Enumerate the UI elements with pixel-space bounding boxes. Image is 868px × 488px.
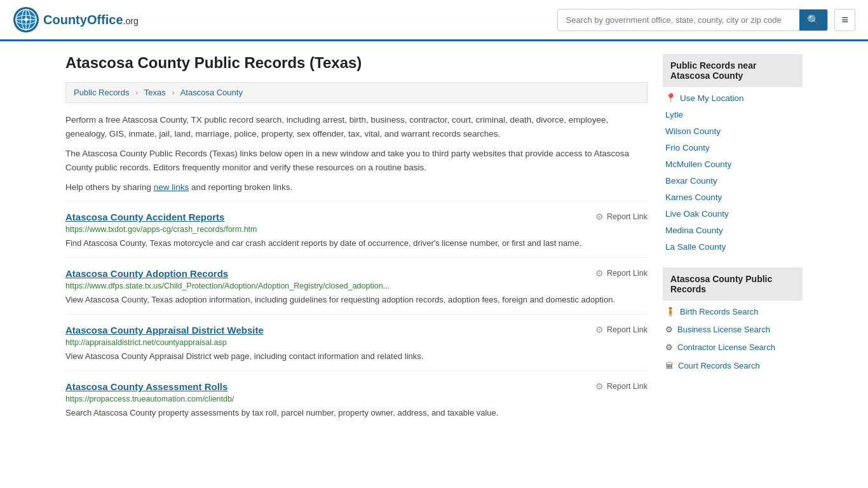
list-item: Medina County xyxy=(663,222,803,238)
birth-records-link[interactable]: Birth Records Search xyxy=(680,306,759,318)
gear-icon-2: ⚙ xyxy=(665,342,673,352)
sidebar-item-la-salle-county[interactable]: La Salle County xyxy=(665,242,726,252)
record-title-4[interactable]: Atascosa County Assessment Rolls xyxy=(65,381,227,392)
record-header: Atascosa County Appraisal District Websi… xyxy=(65,325,648,336)
search-input[interactable] xyxy=(558,11,799,29)
report-link-2[interactable]: ⚙ Report Link xyxy=(595,268,648,278)
breadcrumb-sep-2: › xyxy=(172,88,174,97)
report-icon-3: ⚙ xyxy=(595,325,604,335)
record-url-3[interactable]: http://appraisaldistrict.net/countyappra… xyxy=(65,338,648,347)
nearby-section: Public Records near Atascosa County 📍 Us… xyxy=(663,54,803,255)
report-link-3[interactable]: ⚙ Report Link xyxy=(595,325,648,335)
record-title-2[interactable]: Atascosa County Adoption Records xyxy=(65,268,228,279)
nearby-list: Lytle Wilson County Frio County McMullen… xyxy=(663,106,803,255)
hamburger-icon: ≡ xyxy=(841,13,848,26)
sidebar-item-mcmullen-county[interactable]: McMullen County xyxy=(665,159,731,169)
breadcrumb-county[interactable]: Atascosa County xyxy=(180,88,243,97)
record-desc-3: View Atascosa County Appraisal District … xyxy=(65,350,648,363)
contractor-license-link[interactable]: Contractor License Search xyxy=(677,342,775,353)
list-item: ⚙ Contractor License Search xyxy=(663,339,803,356)
record-url-1[interactable]: https://www.txdot.gov/apps-cg/crash_reco… xyxy=(65,225,648,234)
record-url-4[interactable]: https://propaccess.trueautomation.com/cl… xyxy=(65,395,648,403)
record-item: Atascosa County Appraisal District Websi… xyxy=(65,314,648,370)
sidebar-item-lytle[interactable]: Lytle xyxy=(665,110,683,119)
court-records-link[interactable]: Court Records Search xyxy=(678,360,760,372)
new-links-link[interactable]: new links xyxy=(154,182,189,192)
sidebar-item-bexar-county[interactable]: Bexar County xyxy=(665,176,717,186)
list-item: 🧍 Birth Records Search xyxy=(663,303,803,321)
sidebar: Public Records near Atascosa County 📍 Us… xyxy=(663,54,803,428)
breadcrumb: Public Records › Texas › Atascosa County xyxy=(65,82,648,103)
logo[interactable]: ✦ CountyOffice.org xyxy=(13,6,139,33)
breadcrumb-texas[interactable]: Texas xyxy=(144,88,166,97)
record-header: Atascosa County Adoption Records ⚙ Repor… xyxy=(65,268,648,279)
nearby-header: Public Records near Atascosa County xyxy=(663,54,803,87)
sidebar-item-karnes-county[interactable]: Karnes County xyxy=(665,193,722,202)
record-links-list: 🧍 Birth Records Search ⚙ Business Licens… xyxy=(663,303,803,375)
report-icon-2: ⚙ xyxy=(595,268,604,278)
list-item: La Salle County xyxy=(663,238,803,255)
logo-text: CountyOffice.org xyxy=(43,13,139,27)
intro-paragraph-2: The Atascosa County Public Records (Texa… xyxy=(65,147,648,174)
sidebar-item-frio-county[interactable]: Frio County xyxy=(665,143,710,152)
breadcrumb-sep-1: › xyxy=(135,88,138,97)
header-right: 🔍 ≡ xyxy=(557,9,855,31)
logo-icon: ✦ xyxy=(13,6,39,33)
record-desc-1: Find Atascosa County, Texas motorcycle a… xyxy=(65,237,648,250)
breadcrumb-public-records[interactable]: Public Records xyxy=(74,88,129,97)
svg-text:✦: ✦ xyxy=(22,15,30,25)
list-item: Lytle xyxy=(663,106,803,123)
report-icon-4: ⚙ xyxy=(595,381,604,391)
list-item: Frio County xyxy=(663,139,803,156)
intro-paragraph-3: Help others by sharing new links and rep… xyxy=(65,180,648,194)
report-link-4[interactable]: ⚙ Report Link xyxy=(595,381,648,391)
page-title: Atascosa County Public Records (Texas) xyxy=(65,54,648,72)
record-item: Atascosa County Accident Reports ⚙ Repor… xyxy=(65,201,648,257)
sidebar-item-medina-county[interactable]: Medina County xyxy=(665,226,723,235)
business-license-link[interactable]: Business License Search xyxy=(677,324,770,336)
records-section: Atascosa County Public Records 🧍 Birth R… xyxy=(663,268,803,375)
gear-icon: ⚙ xyxy=(665,325,673,334)
sidebar-item-live-oak-county[interactable]: Live Oak County xyxy=(665,209,729,219)
record-item: Atascosa County Adoption Records ⚙ Repor… xyxy=(65,257,648,314)
records-header: Atascosa County Public Records xyxy=(663,268,803,301)
list-item: Bexar County xyxy=(663,172,803,189)
record-item: Atascosa County Assessment Rolls ⚙ Repor… xyxy=(65,370,648,427)
record-desc-4: Search Atascosa County property assessme… xyxy=(65,407,648,419)
building-icon: 🏛 xyxy=(665,361,674,370)
main-container: Atascosa County Public Records (Texas) P… xyxy=(53,41,815,440)
list-item: Wilson County xyxy=(663,123,803,139)
use-location-link[interactable]: Use My Location xyxy=(680,93,744,103)
search-icon: 🔍 xyxy=(807,15,820,25)
search-bar: 🔍 xyxy=(557,9,828,31)
list-item: Karnes County xyxy=(663,189,803,205)
menu-button[interactable]: ≡ xyxy=(834,9,855,31)
record-header: Atascosa County Accident Reports ⚙ Repor… xyxy=(65,212,648,222)
person-icon: 🧍 xyxy=(665,307,675,316)
content-area: Atascosa County Public Records (Texas) P… xyxy=(65,54,648,428)
list-item: Live Oak County xyxy=(663,205,803,222)
record-url-2[interactable]: https://www.dfps.state.tx.us/Child_Prote… xyxy=(65,281,648,290)
report-icon-1: ⚙ xyxy=(595,212,604,222)
site-header: ✦ CountyOffice.org 🔍 ≡ xyxy=(0,0,868,41)
use-my-location[interactable]: 📍 Use My Location xyxy=(663,90,803,106)
list-item: ⚙ Business License Search xyxy=(663,321,803,339)
intro-paragraph-1: Perform a free Atascosa County, TX publi… xyxy=(65,113,648,140)
search-button[interactable]: 🔍 xyxy=(799,10,827,30)
sidebar-item-wilson-county[interactable]: Wilson County xyxy=(665,126,721,136)
list-item: McMullen County xyxy=(663,156,803,172)
location-pin-icon: 📍 xyxy=(665,93,676,103)
record-title-1[interactable]: Atascosa County Accident Reports xyxy=(65,212,224,222)
record-desc-2: View Atascosa County, Texas adoption inf… xyxy=(65,294,648,306)
record-header: Atascosa County Assessment Rolls ⚙ Repor… xyxy=(65,381,648,392)
list-item: 🏛 Court Records Search xyxy=(663,357,803,375)
record-title-3[interactable]: Atascosa County Appraisal District Websi… xyxy=(65,325,264,336)
report-link-1[interactable]: ⚙ Report Link xyxy=(595,212,648,222)
